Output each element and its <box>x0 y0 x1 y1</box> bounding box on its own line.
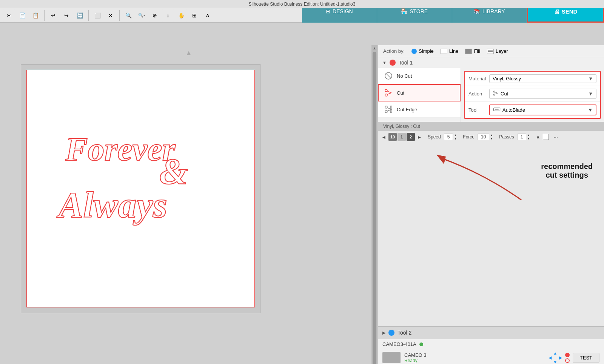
scroll-thumb[interactable] <box>373 52 376 364</box>
svg-line-11 <box>387 108 392 110</box>
redo-btn[interactable]: ↪ <box>60 9 72 22</box>
send-nav-icon: 🖨 <box>554 8 559 15</box>
status-circle-bottom <box>565 358 570 363</box>
undo-btn[interactable]: ↩ <box>47 9 59 22</box>
radio-fill-box <box>465 49 472 54</box>
test-button[interactable]: TEST <box>573 353 599 363</box>
cut-tool-btn[interactable]: ✂ <box>3 9 15 22</box>
blade-num-2[interactable]: 2 <box>407 133 415 141</box>
scroll-up-btn[interactable]: ▲ <box>372 45 377 51</box>
tool1-indicator <box>390 60 396 66</box>
action-by-row: Action by: Simple Line Fill Laye <box>378 45 604 57</box>
blade-num-1[interactable]: 1 <box>398 133 406 141</box>
text-btn[interactable]: A <box>202 9 214 22</box>
cut-edge-icon <box>384 105 393 114</box>
speed-arrows[interactable]: ▲ ▼ <box>454 134 457 140</box>
radio-simple[interactable]: Simple <box>411 48 434 54</box>
radio-fill[interactable]: Fill <box>465 48 480 54</box>
cut-option[interactable]: Cut <box>378 84 461 101</box>
force-up-arrow[interactable]: ▲ <box>490 134 493 137</box>
force-label: Force <box>463 134 475 140</box>
nav-down-arrow[interactable]: ▼ <box>553 360 557 364</box>
strip-left-arrow[interactable]: ◀ <box>382 135 385 139</box>
speed-down-arrow[interactable]: ▼ <box>454 137 457 140</box>
force-arrows[interactable]: ▲ ▼ <box>490 134 493 140</box>
cut-edge-option[interactable]: Cut Edge <box>378 101 461 118</box>
nav-up-arrow[interactable]: ▲ <box>553 351 557 355</box>
speed-up-arrow[interactable]: ▲ <box>454 134 457 137</box>
tool2-collapse-arrow[interactable]: ▶ <box>382 330 385 335</box>
zoom-out-btn[interactable]: 🔍- <box>136 9 148 22</box>
svg-rect-19 <box>495 109 498 110</box>
material-dropdown-arrow: ▼ <box>588 76 593 81</box>
status-circles <box>565 353 570 363</box>
passes-down-arrow[interactable]: ▼ <box>527 137 530 140</box>
material-dropdown[interactable]: Vinyl, Glossy ▼ <box>489 74 596 83</box>
radio-line[interactable]: Line <box>441 48 459 54</box>
device-controls: ▲ ▼ ◀ ▶ TEST <box>549 351 599 364</box>
svg-line-17 <box>495 93 498 94</box>
tool1-collapse-arrow[interactable]: ▼ <box>382 60 387 65</box>
new-btn[interactable]: 📄 <box>16 9 28 22</box>
refresh-btn[interactable]: 🔄 <box>74 9 86 22</box>
nav-store-label: STORE <box>410 8 428 14</box>
toolbar: ✂ 📄 📋 ↩ ↪ 🔄 ⬜ ✕ 🔍 🔍- ⊕ ↕ ✋ ⊞ A <box>0 8 302 23</box>
svg-text:Always: Always <box>56 184 167 225</box>
hand-btn[interactable]: ✋ <box>175 9 187 22</box>
strip-right-arrow[interactable]: ▶ <box>418 135 421 139</box>
svg-line-12 <box>387 109 392 111</box>
material-label: Material <box>468 76 489 81</box>
canvas-area: ▲ Forever & Always <box>0 45 378 364</box>
force-down-arrow[interactable]: ▼ <box>490 137 493 140</box>
no-cut-icon <box>384 71 393 80</box>
tool1-header: ▼ Tool 1 <box>378 57 604 68</box>
svg-line-4 <box>386 73 391 78</box>
settings-box: Material Vinyl, Glossy ▼ Action <box>464 71 601 119</box>
tool1-settings-col: Material Vinyl, Glossy ▼ Action <box>461 68 604 122</box>
delete-btn[interactable]: ✕ <box>105 9 117 22</box>
select-btn[interactable]: ⬜ <box>91 9 103 22</box>
action-dropdown-arrow: ▼ <box>588 91 593 97</box>
scroll-up-arrow[interactable]: ▲ <box>185 49 192 57</box>
passes-value: 1 <box>517 134 527 140</box>
tool-dropdown[interactable]: AutoBlade ▼ <box>489 104 596 115</box>
passes-label: Passes <box>499 134 514 140</box>
vertical-scrollbar[interactable]: ▲ ▼ <box>371 45 378 364</box>
passes-up-arrow[interactable]: ▲ <box>527 134 530 137</box>
app-title: Silhouette Studio Business Edition: Unti… <box>249 2 356 7</box>
library-icon: 📚 <box>474 8 480 14</box>
tool1-label: Tool 1 <box>399 60 413 66</box>
nav-left-arrow[interactable]: ◀ <box>549 355 552 360</box>
angle-icon: ∧ <box>536 134 540 140</box>
blade-num-10[interactable]: 10 <box>388 133 397 141</box>
zoom-in-btn[interactable]: 🔍 <box>122 9 134 22</box>
more-btn[interactable]: ··· <box>553 134 558 140</box>
artwork-svg: Forever & Always <box>43 120 239 241</box>
status-circle-top <box>565 353 570 357</box>
radio-fill-label: Fill <box>474 48 480 54</box>
device-row: CAMEO 3 Ready ▲ ▼ ◀ ▶ TEST <box>378 349 604 364</box>
passes-arrows[interactable]: ▲ ▼ <box>527 134 530 140</box>
open-btn[interactable]: 📋 <box>29 9 42 22</box>
top-area: Silhouette Studio Business Edition: Unti… <box>0 0 604 23</box>
action-dropdown[interactable]: Cut ▼ <box>489 89 596 99</box>
svg-point-9 <box>385 106 387 108</box>
device-thumbnail <box>382 352 401 363</box>
no-cut-option[interactable]: No Cut <box>378 68 461 84</box>
nav-right-arrow[interactable]: ▶ <box>559 355 562 360</box>
action-cut-icon <box>493 90 499 97</box>
zoom-fit-btn[interactable]: ⊕ <box>149 9 161 22</box>
svg-line-7 <box>387 91 392 93</box>
svg-marker-20 <box>436 155 446 164</box>
radio-line-label: Line <box>449 48 459 54</box>
autoblade-icon <box>493 106 501 114</box>
pan-btn[interactable]: ↕ <box>162 9 174 22</box>
tool-dropdown-arrow: ▼ <box>588 107 593 113</box>
radio-layer[interactable]: Layer <box>487 48 508 54</box>
blade-nums: 10 1 2 <box>388 133 415 141</box>
tool1-body: No Cut Cut <box>378 68 604 122</box>
add-page-btn[interactable]: ⊞ <box>188 9 200 22</box>
annotation-line1: recommended <box>541 162 593 171</box>
action-value: Cut <box>501 91 588 97</box>
force-control: 10 ▲ ▼ <box>478 134 493 140</box>
